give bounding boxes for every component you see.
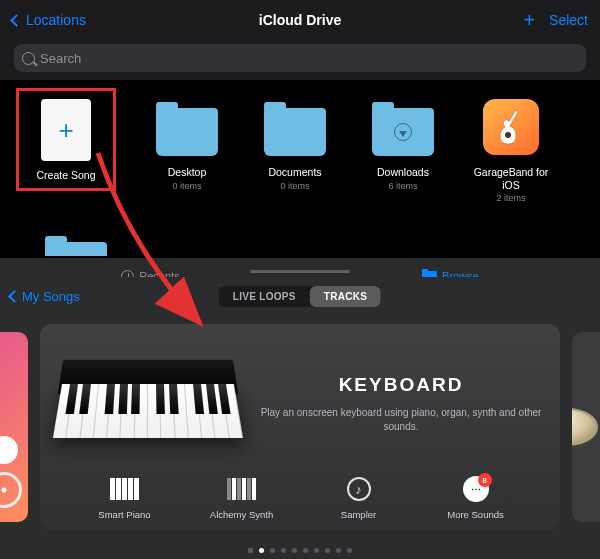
gb-nav-bar: My Songs LIVE LOOPS TRACKS xyxy=(0,277,600,315)
knob-icon xyxy=(0,436,18,464)
garageband-screen: My Songs LIVE LOOPS TRACKS xyxy=(0,277,600,559)
file-label: Downloads xyxy=(364,166,442,179)
badge: 8 xyxy=(478,473,492,487)
piano-icon xyxy=(110,478,140,500)
segment-liveloops[interactable]: LIVE LOOPS xyxy=(219,286,310,307)
folder-icon xyxy=(156,108,218,156)
dot xyxy=(325,548,330,553)
sub-label: Alchemy Synth xyxy=(197,509,287,520)
nav-actions: + Select xyxy=(523,9,588,32)
sub-smart-piano[interactable]: Smart Piano xyxy=(80,474,170,520)
dot xyxy=(303,548,308,553)
back-label: My Songs xyxy=(22,289,80,304)
search-placeholder: Search xyxy=(40,51,81,66)
page-indicator xyxy=(248,548,352,553)
sub-label: Sampler xyxy=(314,509,404,520)
prev-card-peek[interactable] xyxy=(0,332,28,522)
file-meta: 2 items xyxy=(472,193,550,203)
dot xyxy=(270,548,275,553)
instrument-title: KEYBOARD xyxy=(260,374,542,396)
sub-more-sounds[interactable]: ⋯8 More Sounds xyxy=(431,474,521,520)
download-icon xyxy=(394,123,412,141)
dot xyxy=(314,548,319,553)
folder-documents[interactable]: Documents 0 items xyxy=(256,92,334,232)
dot xyxy=(336,548,341,553)
partial-row xyxy=(0,242,600,258)
dot xyxy=(259,548,264,553)
dot xyxy=(248,548,253,553)
svg-point-0 xyxy=(505,132,511,138)
sub-label: More Sounds xyxy=(431,509,521,520)
file-label: Create Song xyxy=(23,169,109,182)
garageband-app-icon xyxy=(483,99,539,155)
sub-instrument-row: Smart Piano Alchemy Synth ♪ Sampler ⋯8 M… xyxy=(58,474,542,520)
file-meta: 0 items xyxy=(256,181,334,191)
search-icon xyxy=(22,52,35,65)
file-label: Documents xyxy=(256,166,334,179)
select-button[interactable]: Select xyxy=(549,12,588,28)
next-card-peek[interactable] xyxy=(572,332,600,522)
dot xyxy=(347,548,352,553)
dot xyxy=(292,548,297,553)
sampler-icon: ♪ xyxy=(347,477,371,501)
new-item-button[interactable]: + xyxy=(523,9,535,32)
folder-icon xyxy=(45,242,107,256)
chevron-left-icon xyxy=(8,290,21,303)
file-label: Desktop xyxy=(148,166,226,179)
file-meta: 0 items xyxy=(148,181,226,191)
back-button[interactable]: Locations xyxy=(12,12,86,28)
segmented-control: LIVE LOOPS TRACKS xyxy=(219,286,381,307)
file-grid: + Create Song Desktop 0 items Documents … xyxy=(0,80,600,242)
create-song-item[interactable]: + Create Song xyxy=(40,92,118,232)
folder-garageband[interactable]: GarageBand for iOS 2 items xyxy=(472,92,550,232)
file-label: GarageBand for iOS xyxy=(472,166,550,191)
page-title: iCloud Drive xyxy=(259,12,341,28)
plus-document-icon: + xyxy=(41,99,91,161)
instrument-card-keyboard[interactable]: KEYBOARD Play an onscreen keyboard using… xyxy=(40,324,560,530)
dot xyxy=(281,548,286,553)
folder-icon xyxy=(264,108,326,156)
chevron-left-icon xyxy=(10,14,23,27)
files-app-screen: Locations iCloud Drive + Select Search +… xyxy=(0,0,600,277)
instrument-description: Play an onscreen keyboard using piano, o… xyxy=(260,406,542,434)
highlight-box: + Create Song xyxy=(16,88,116,191)
sub-label: Smart Piano xyxy=(80,509,170,520)
file-meta: 6 items xyxy=(364,181,442,191)
drum-icon xyxy=(572,408,598,445)
knob-icon xyxy=(0,472,22,508)
back-label: Locations xyxy=(26,12,86,28)
home-indicator xyxy=(250,270,350,273)
back-button[interactable]: My Songs xyxy=(10,289,80,304)
sub-alchemy-synth[interactable]: Alchemy Synth xyxy=(197,474,287,520)
folder-icon xyxy=(372,108,434,156)
folder-desktop[interactable]: Desktop 0 items xyxy=(148,92,226,232)
synth-icon xyxy=(227,478,257,500)
sub-sampler[interactable]: ♪ Sampler xyxy=(314,474,404,520)
nav-bar: Locations iCloud Drive + Select xyxy=(0,0,600,40)
instrument-carousel[interactable]: KEYBOARD Play an onscreen keyboard using… xyxy=(0,315,600,547)
search-input[interactable]: Search xyxy=(14,44,586,72)
folder-downloads[interactable]: Downloads 6 items xyxy=(364,92,442,232)
segment-tracks[interactable]: TRACKS xyxy=(310,286,381,307)
keyboard-illustration xyxy=(58,354,238,454)
more-icon: ⋯8 xyxy=(463,476,489,502)
